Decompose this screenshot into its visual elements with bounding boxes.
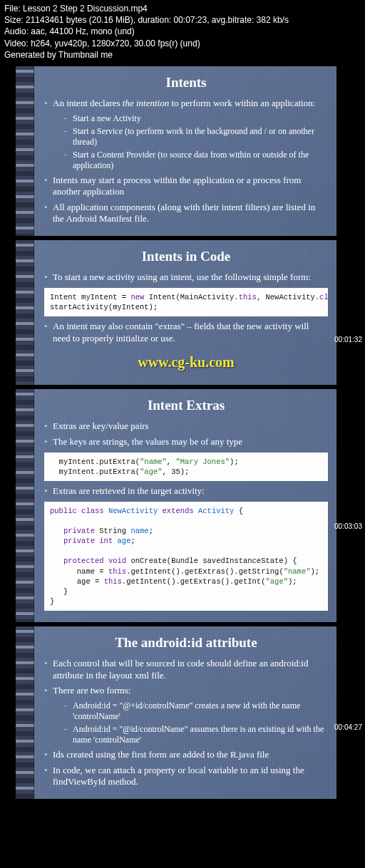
slide-intents: Intents An intent declares the intention…	[16, 66, 336, 236]
bullet: Extras are key/value pairs	[44, 420, 328, 433]
bullet: Ids created using the first form are add…	[44, 749, 328, 761]
spiral-binding	[16, 626, 34, 799]
size-line: Size: 21143461 bytes (20.16 MiB), durati…	[4, 14, 361, 26]
bullet: Each control that will be sourced in cod…	[44, 658, 328, 681]
thumbnail-grid: 00:01:32 00:03:03 00:04:27 Intents An in…	[0, 66, 365, 799]
bullet: There are two forms:	[44, 685, 328, 697]
bullet: An intent declares the intention to perf…	[44, 98, 328, 110]
subbullet: Start a Content Provider (to source data…	[64, 150, 328, 171]
subbullet: Start a new Activity	[64, 113, 328, 124]
bullet: Intents may start a process within the a…	[44, 175, 328, 198]
slide-title: Intents in Code	[44, 249, 328, 264]
bullet: In code, we can attach a property or loc…	[44, 765, 328, 788]
file-line: File: Lesson 2 Step 2 Discussion.mp4	[4, 3, 361, 14]
timestamp-3: 00:04:27	[334, 723, 362, 731]
slide-intents-in-code: Intents in Code To start a new activity …	[16, 240, 336, 385]
bullet: The keys are strings, the values may be …	[44, 436, 328, 448]
timestamp-1: 00:01:32	[334, 336, 362, 343]
audio-line: Audio: aac, 44100 Hz, mono (und)	[4, 26, 361, 37]
spiral-binding	[16, 240, 34, 385]
bullet: An intent may also contain "extras" – fi…	[44, 321, 328, 344]
slide-title: Intents	[44, 75, 328, 91]
video-info-header: File: Lesson 2 Step 2 Discussion.mp4 Siz…	[0, 0, 365, 62]
watermark: www.cg-ku.com	[44, 354, 328, 371]
code-block: myIntent.putExtra("name", "Mary Jones");…	[44, 453, 328, 481]
timestamp-2: 00:03:03	[334, 522, 362, 530]
bullet: To start a new activity using an intent,…	[44, 272, 328, 284]
subbullet: Start a Service (to perform work in the …	[64, 126, 328, 148]
slide-title: The android:id attribute	[44, 635, 328, 651]
generated-line: Generated by Thumbnail me	[4, 49, 361, 61]
slide-intent-extras: Intent Extras Extras are key/value pairs…	[16, 389, 336, 622]
spiral-binding	[16, 389, 34, 622]
subbullet: Android:id = "@id/controlName" assumes t…	[64, 724, 328, 745]
slide-title: Intent Extras	[44, 398, 328, 413]
subbullet: Android:id = "@+id/controlName" creates …	[64, 701, 328, 722]
code-block: public class NewActivity extends Activit…	[44, 502, 328, 611]
slide-android-id: The android:id attribute Each control th…	[16, 626, 336, 799]
spiral-binding	[16, 66, 34, 236]
bullet: All application components (along with t…	[44, 202, 328, 225]
code-block: Intent myIntent = new Intent(MainActivit…	[44, 288, 328, 316]
bullet: Extras are retrieved in the target activ…	[44, 485, 328, 497]
video-line: Video: h264, yuv420p, 1280x720, 30.00 fp…	[4, 38, 361, 49]
